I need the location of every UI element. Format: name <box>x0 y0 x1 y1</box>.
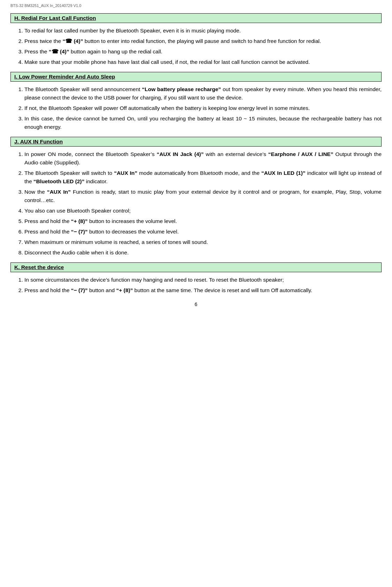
section-content-h: To redial for last called number by the … <box>10 27 382 66</box>
section-title-h: H. Redial For Last Call Function <box>14 15 96 21</box>
section-title-i: I. Low Power Reminder And Auto Sleep <box>14 74 115 80</box>
list-item: Disconnect the Audio cable when it is do… <box>24 248 382 257</box>
list-item: The Bluetooth Speaker will send announce… <box>24 85 382 102</box>
list-item: Now the “AUX In” Function is ready, star… <box>24 188 382 205</box>
list-item: To redial for last called number by the … <box>24 27 382 35</box>
list-item: When maximum or minimum volume is reache… <box>24 238 382 246</box>
section-content-i: The Bluetooth Speaker will send announce… <box>10 85 382 131</box>
list-item: You also can use Bluetooth Speaker contr… <box>24 207 382 215</box>
list-item: Make sure that your mobile phone has hav… <box>24 58 382 66</box>
section-header-j: J. AUX IN Function <box>10 137 382 147</box>
list-item: Press the “☎ (4)” button again to hang u… <box>24 47 382 56</box>
section-content-j: In power ON mode, connect the Bluetooth … <box>10 150 382 257</box>
section-title-k: K. Reset the device <box>14 264 64 270</box>
list-item: Press and hold the “+ (8)” button to inc… <box>24 217 382 225</box>
list-item: Press and hold the “− (7)” button to dec… <box>24 228 382 236</box>
list-item: In some circumstances the device’s funct… <box>24 276 382 284</box>
doc-version: BTS-32 BM3251_AUX In_20140729 V1.0 <box>10 3 382 8</box>
section-header-i: I. Low Power Reminder And Auto Sleep <box>10 72 382 82</box>
section-header-h: H. Redial For Last Call Function <box>10 13 382 23</box>
section-title-j: J. AUX IN Function <box>14 139 63 144</box>
list-item: In this case, the device cannot be turne… <box>24 114 382 131</box>
list-item: The Bluetooth Speaker will switch to “AU… <box>24 169 382 186</box>
section-header-k: K. Reset the device <box>10 262 382 272</box>
page-number: 6 <box>10 302 382 307</box>
list-item: In power ON mode, connect the Bluetooth … <box>24 150 382 167</box>
list-item: Press and hold the “− (7)” button and “+… <box>24 286 382 295</box>
list-item: Press twice the “☎ (4)” button to enter … <box>24 37 382 45</box>
section-content-k: In some circumstances the device’s funct… <box>10 276 382 295</box>
list-item: If not, the Bluetooth Speaker will power… <box>24 104 382 112</box>
